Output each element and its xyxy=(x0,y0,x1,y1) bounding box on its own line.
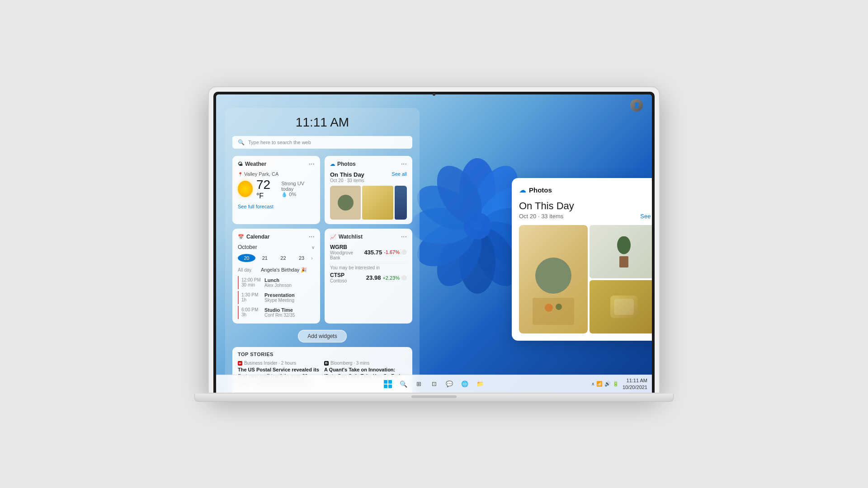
taskbar-search-button[interactable]: 🔍 xyxy=(397,378,410,390)
widget-row-1: 🌤 Weather ··· 📍 Valley Park, CA xyxy=(232,156,412,224)
event-title-1: Lunch xyxy=(264,277,292,283)
teams-button[interactable]: 💬 xyxy=(443,378,456,390)
photos-card-on-this-day: On This Day xyxy=(519,200,652,212)
location-pin: 📍 xyxy=(238,172,243,177)
forecast-link[interactable]: See full forecast xyxy=(238,204,315,209)
cal-day-22[interactable]: 22 xyxy=(274,254,292,262)
taskbar-clock[interactable]: 11:11 AM 10/20/2021 xyxy=(623,377,647,390)
photos-title-row: ☁ Photos xyxy=(330,161,356,167)
widgets-icon: ⊡ xyxy=(432,380,437,387)
battery-icon[interactable]: 🔋 xyxy=(613,381,619,387)
photo-thumb-1 xyxy=(330,186,361,220)
photos-card-title-row: ☁ Photos xyxy=(519,186,552,194)
search-bar[interactable]: 🔍 Type here to search the web xyxy=(232,136,412,149)
user-avatar-area[interactable]: 👤 xyxy=(630,99,643,112)
photos-card-more-btn[interactable]: ··· xyxy=(651,185,652,195)
pillow-shape xyxy=(610,296,637,318)
weather-precip: 💧 0% xyxy=(281,192,315,197)
cal-more-days[interactable]: › xyxy=(311,254,315,262)
photo-green-circle xyxy=(535,258,571,294)
photo-card-pillow[interactable] xyxy=(590,280,652,333)
watchlist-icon: 📈 xyxy=(330,234,336,240)
svg-rect-13 xyxy=(384,380,387,384)
weather-more-btn[interactable]: ··· xyxy=(309,160,315,168)
stock-indicator-wgrb xyxy=(401,249,407,255)
windows-logo-icon xyxy=(384,380,392,388)
widgets-button[interactable]: ⊡ xyxy=(428,378,440,390)
photo-thumb-3 xyxy=(395,186,407,220)
weather-main: 72 °F Strong UV today 💧 0% xyxy=(238,178,315,200)
photos-card-date: Oct 20 · 33 items xyxy=(519,213,563,220)
laptop-base xyxy=(194,394,674,402)
photos-cloud-icon: ☁ xyxy=(330,161,335,167)
watchlist-widget: 📈 Watchlist ··· WGRB Woo xyxy=(325,229,412,324)
svg-rect-15 xyxy=(384,385,387,388)
weather-title-row: 🌤 Weather xyxy=(238,161,266,167)
photo-card-plant[interactable] xyxy=(590,225,652,278)
event-time-3: 6:00 PM xyxy=(241,307,262,312)
svg-rect-16 xyxy=(388,385,392,388)
photo-large-scene xyxy=(519,225,588,333)
sound-icon[interactable]: 🔊 xyxy=(604,381,611,387)
business-insider-logo: BI xyxy=(238,361,242,366)
file-explorer-icon: 📁 xyxy=(476,380,484,387)
weather-location: 📍 Valley Park, CA xyxy=(238,171,315,177)
widget-row-2: 📅 Calendar ··· October ∨ xyxy=(232,229,412,324)
tea-items-hint xyxy=(533,298,574,325)
weather-desc: Strong UV today xyxy=(281,181,315,192)
pillow-highlight xyxy=(614,299,634,315)
photos-more-btn[interactable]: ··· xyxy=(401,160,407,168)
user-avatar[interactable]: 👤 xyxy=(630,99,643,112)
photos-card-meta: Oct 20 · 33 items See all xyxy=(519,213,652,220)
task-view-button[interactable]: ⊞ xyxy=(412,378,425,390)
watchlist-title: Watchlist xyxy=(339,234,363,240)
photos-content: On This Day Oct 20 · 33 items See all xyxy=(330,171,407,220)
svg-rect-14 xyxy=(388,380,392,384)
event-sub-2: Skype Meeting xyxy=(264,298,295,303)
photos-see-all[interactable]: See all xyxy=(392,171,407,177)
widget-panel: 11:11 AM 🔍 Type here to search the web xyxy=(225,108,420,393)
calendar-content: October ∨ 20 21 22 23 › xyxy=(238,244,315,319)
search-icon: 🔍 xyxy=(238,139,245,145)
plant-leaf xyxy=(617,236,631,254)
chevron-icon[interactable]: ∧ xyxy=(591,381,594,386)
taskbar-center: 🔍 ⊞ ⊡ 💬 xyxy=(382,378,486,390)
event-title-2: Presentation xyxy=(264,292,295,298)
taskbar-search-icon: 🔍 xyxy=(400,380,407,388)
event-time-1: 12:00 PM xyxy=(241,277,262,282)
calendar-more-btn[interactable]: ··· xyxy=(309,233,315,240)
cal-event-presentation: 1:30 PM 1h Presentation Skype Meeting xyxy=(238,291,315,304)
calendar-nav-chevron[interactable]: ∨ xyxy=(311,245,315,250)
laptop-shell: 11:11 AM 🔍 Type here to search the web xyxy=(208,86,660,394)
cal-day-20[interactable]: 20 xyxy=(238,254,255,262)
wifi-icon[interactable]: 📶 xyxy=(596,381,603,387)
weather-widget: 🌤 Weather ··· 📍 Valley Park, CA xyxy=(232,156,320,224)
start-button[interactable] xyxy=(382,378,394,390)
edge-button[interactable]: 🌐 xyxy=(458,378,471,390)
watchlist-more-btn[interactable]: ··· xyxy=(401,233,407,240)
cal-day-23[interactable]: 23 xyxy=(293,254,311,262)
stock-ticker-wgrb: WGRB xyxy=(330,244,364,250)
allday-event-title: Angela's Birthday 🎉 xyxy=(261,267,307,273)
file-explorer-button[interactable]: 📁 xyxy=(474,378,486,390)
photos-card-see-all[interactable]: See all xyxy=(640,213,652,220)
stock-price-ctsp: 23.98 xyxy=(366,274,381,281)
event-sub-3: Conf Rm 32/35 xyxy=(264,313,295,318)
calendar-nav: October ∨ xyxy=(238,244,315,250)
stock-indicator-ctsp xyxy=(401,275,407,281)
photos-expanded-card: ☁ Photos ··· On This Day Oct 20 · 33 ite… xyxy=(512,178,652,341)
event-duration-3: 3h xyxy=(241,312,262,317)
photos-grid xyxy=(330,186,407,220)
photos-card-title: Photos xyxy=(529,186,552,194)
stock-row-ctsp: CTSP Contoso 23.98 +2.23% xyxy=(330,272,407,283)
stock-row-wgrb: WGRB Woodgrove Bank 435.75 -1.67% xyxy=(330,244,407,260)
stock-name-wgrb: Woodgrove Bank xyxy=(330,250,364,260)
add-widgets-button[interactable]: Add widgets xyxy=(298,330,346,343)
task-view-icon: ⊞ xyxy=(416,380,421,387)
photo-card-large[interactable] xyxy=(519,225,588,333)
photos-title: Photos xyxy=(337,161,356,167)
photo-thumb-2 xyxy=(362,186,393,220)
search-placeholder: Type here to search the web xyxy=(248,140,311,145)
calendar-header: 📅 Calendar ··· xyxy=(238,233,315,240)
cal-day-21[interactable]: 21 xyxy=(256,254,274,262)
